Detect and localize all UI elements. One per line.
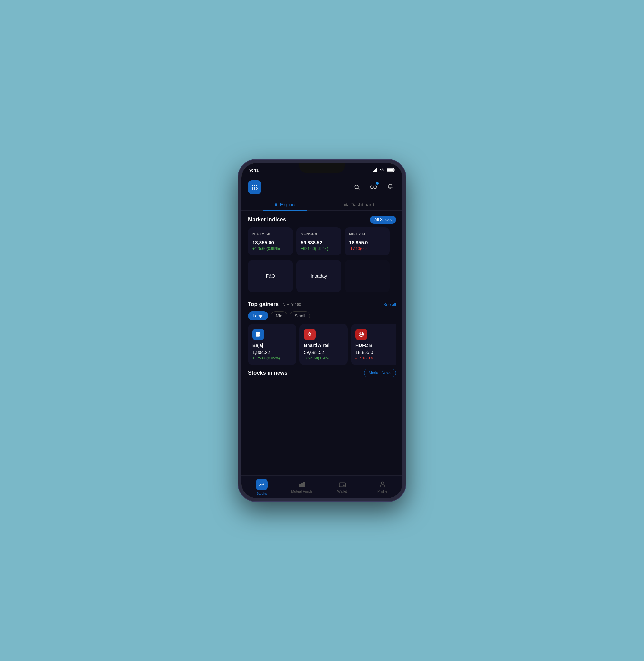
see-all-button[interactable]: See all — [383, 302, 396, 307]
nav-item-stocks[interactable]: Stocks — [242, 476, 282, 498]
top-gainers-title-group: Top gainers NIFTY 100 — [248, 301, 301, 307]
profile-icon — [379, 481, 386, 488]
svg-rect-1 — [374, 170, 375, 172]
market-news-button[interactable]: Market News — [364, 369, 396, 377]
screen: 9:41 — [242, 163, 402, 498]
sensex-value: 59,688.52 — [301, 240, 337, 245]
svg-rect-0 — [372, 171, 373, 172]
funds-icon — [299, 481, 305, 488]
nifty50-change: +175.60(0.99%) — [252, 246, 289, 251]
glasses-icon — [370, 185, 377, 190]
hdfc-logo — [355, 328, 367, 340]
hdfc-price: 18,855.0 — [355, 350, 395, 355]
svg-rect-26 — [339, 482, 345, 487]
nifty50-value: 18,855.00 — [252, 240, 289, 245]
top-icons — [351, 181, 396, 193]
market-indices-title: Market indices — [248, 216, 286, 223]
wifi-icon — [380, 168, 385, 172]
top-bar — [242, 177, 402, 197]
svg-point-11 — [254, 186, 255, 188]
screen-content: Explore Dashboard Market indices — [242, 177, 402, 476]
search-button[interactable] — [351, 181, 363, 193]
hdfc-name: HDFC B — [355, 343, 395, 348]
intraday-card[interactable]: Intraday — [296, 260, 341, 292]
filter-chips: Large Mid Small — [248, 312, 396, 320]
stocks-in-news-section: Stocks in news Market News — [242, 369, 402, 386]
market-card-niftyb[interactable]: NIFTY B 18,855.0 -17.10(0.9 — [345, 227, 390, 255]
top-gainers-title: Top gainers — [248, 301, 278, 307]
top-gainers-header: Top gainers NIFTY 100 See all — [248, 301, 396, 307]
svg-rect-24 — [301, 483, 303, 487]
search-icon — [353, 184, 360, 190]
market-indices-section: Market indices All Stocks NIFTY 50 18,85… — [242, 211, 402, 296]
market-card-sensex[interactable]: SENSEX 59,688.52 +624.60(1.92%) — [296, 227, 341, 255]
fo-card[interactable]: F&O — [248, 260, 293, 292]
wallet-icon — [339, 481, 346, 488]
svg-point-17 — [374, 185, 377, 189]
wallet-nav-label: Wallet — [337, 489, 347, 493]
bottom-nav: Stocks Mutual Funds — [242, 476, 402, 498]
svg-point-14 — [254, 188, 255, 190]
bell-button[interactable] — [385, 181, 396, 193]
app-logo[interactable] — [248, 180, 261, 194]
glasses-button[interactable] — [368, 181, 379, 193]
status-time: 9:41 — [249, 167, 259, 173]
nav-item-profile[interactable]: Profile — [362, 478, 402, 496]
flame-icon — [274, 202, 278, 207]
app-logo-icon — [251, 183, 258, 191]
svg-rect-20 — [347, 205, 348, 206]
market-card-nifty50[interactable]: NIFTY 50 18,855.00 +175.60(0.99%) — [248, 227, 293, 255]
bajaj-name: Bajaj — [252, 343, 292, 348]
svg-point-8 — [254, 185, 255, 186]
svg-point-12 — [256, 186, 257, 188]
filter-mid[interactable]: Mid — [271, 312, 287, 320]
svg-rect-18 — [345, 204, 345, 206]
all-stocks-button[interactable]: All Stocks — [370, 216, 396, 224]
market-indices-header: Market indices All Stocks — [248, 216, 396, 224]
nav-item-mutual-funds[interactable]: Mutual Funds — [282, 478, 322, 496]
glasses-badge — [376, 182, 379, 185]
category-cards-grid: F&O Intraday — [248, 260, 396, 293]
stocks-in-news-header: Stocks in news Market News — [248, 369, 396, 377]
svg-point-16 — [370, 185, 373, 189]
market-cards-grid: NIFTY 50 18,855.00 +175.60(0.99%) SENSEX… — [248, 227, 396, 257]
airtel-icon — [306, 331, 313, 338]
filter-small[interactable]: Small — [290, 312, 310, 320]
bajaj-logo — [252, 328, 264, 340]
bajaj-price: 1,804.22 — [252, 350, 292, 355]
intraday-label: Intraday — [311, 273, 327, 279]
top-gainers-section: Top gainers NIFTY 100 See all Large Mid … — [242, 296, 402, 369]
hdfc-icon — [358, 331, 365, 338]
trending-icon — [259, 482, 265, 487]
nav-item-wallet[interactable]: Wallet — [322, 478, 362, 496]
filter-large[interactable]: Large — [248, 312, 268, 320]
svg-rect-3 — [376, 168, 377, 172]
nifty50-title: NIFTY 50 — [252, 232, 289, 236]
airtel-price: 59,688.52 — [304, 350, 343, 355]
svg-point-28 — [381, 482, 384, 484]
fo-label: F&O — [266, 273, 275, 279]
tab-dashboard[interactable]: Dashboard — [322, 199, 396, 210]
airtel-logo — [304, 328, 316, 340]
status-icons — [372, 168, 395, 172]
stocks-in-news-title: Stocks in news — [248, 370, 288, 376]
svg-point-15 — [354, 185, 359, 189]
svg-rect-6 — [387, 169, 393, 172]
hdfc-change: -17.10(0.9 — [355, 356, 395, 361]
tab-explore-label: Explore — [280, 202, 297, 207]
mutual-funds-nav-label: Mutual Funds — [291, 489, 313, 493]
svg-rect-19 — [346, 203, 346, 206]
svg-point-9 — [256, 185, 257, 186]
phone-wrapper: 9:41 — [238, 160, 406, 501]
svg-point-7 — [252, 185, 253, 186]
svg-point-10 — [252, 186, 253, 188]
stock-card-bajaj[interactable]: Bajaj 1,804.22 +175.60(0.99%) — [248, 324, 296, 365]
niftyb-title: NIFTY B — [349, 232, 385, 236]
svg-rect-2 — [375, 169, 376, 172]
bajaj-change: +175.60(0.99%) — [252, 356, 292, 361]
stocks-nav-icon-bg — [256, 479, 268, 490]
signal-icon — [372, 168, 378, 172]
tab-explore[interactable]: Explore — [248, 199, 322, 210]
stock-card-hdfc[interactable]: HDFC B 18,855.0 -17.10(0.9 — [351, 324, 396, 365]
stock-card-airtel[interactable]: Bharti Airtel 59,688.52 +624.60(1.92%) — [299, 324, 348, 365]
